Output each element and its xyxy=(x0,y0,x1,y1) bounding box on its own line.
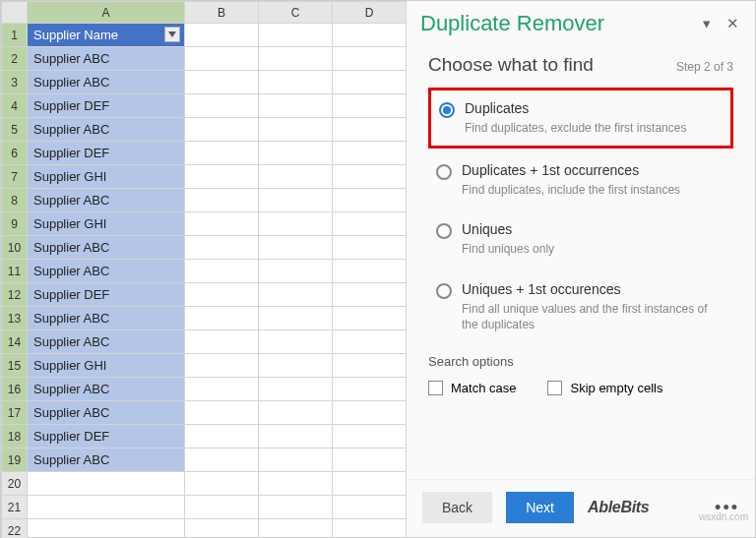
cell[interactable] xyxy=(185,47,259,71)
data-cell[interactable]: Supplier ABC xyxy=(28,401,185,425)
col-header-B[interactable]: B xyxy=(185,2,259,24)
close-icon[interactable]: ✕ xyxy=(724,15,741,32)
next-button[interactable]: Next xyxy=(506,492,574,523)
find-option-1[interactable]: Duplicates + 1st occurrences Find duplic… xyxy=(428,152,733,208)
row-header[interactable]: 10 xyxy=(2,236,28,260)
cell[interactable] xyxy=(333,47,407,71)
cell[interactable] xyxy=(259,212,333,236)
cell[interactable] xyxy=(185,165,259,189)
cell[interactable] xyxy=(259,24,333,47)
cell[interactable] xyxy=(259,236,333,260)
cell[interactable] xyxy=(333,401,407,425)
data-cell[interactable]: Supplier ABC xyxy=(28,448,185,472)
data-cell[interactable]: Supplier ABC xyxy=(28,71,185,94)
skip-empty-option[interactable]: Skip empty cells xyxy=(547,381,662,395)
row-header[interactable]: 5 xyxy=(2,118,28,142)
data-cell[interactable]: Supplier GHI xyxy=(28,354,185,378)
cell[interactable] xyxy=(259,519,333,539)
col-header-D[interactable]: D xyxy=(333,2,407,24)
data-cell[interactable]: Supplier ABC xyxy=(28,236,185,260)
col-header-C[interactable]: C xyxy=(259,2,333,24)
cell[interactable] xyxy=(333,283,407,307)
row-header[interactable]: 17 xyxy=(2,401,28,425)
cell[interactable] xyxy=(259,142,333,165)
cell[interactable] xyxy=(259,378,333,401)
row-header[interactable]: 2 xyxy=(2,47,28,71)
cell[interactable] xyxy=(259,354,333,378)
cell[interactable] xyxy=(259,118,333,142)
row-header[interactable]: 11 xyxy=(2,260,28,283)
row-header[interactable]: 3 xyxy=(2,71,28,94)
data-cell[interactable]: Supplier GHI xyxy=(28,212,185,236)
cell[interactable] xyxy=(333,425,407,448)
cell[interactable] xyxy=(185,118,259,142)
cell[interactable] xyxy=(333,118,407,142)
data-cell[interactable]: Supplier ABC xyxy=(28,307,185,330)
data-cell[interactable]: Supplier ABC xyxy=(28,118,185,142)
row-header[interactable]: 21 xyxy=(2,496,28,519)
cell[interactable] xyxy=(259,307,333,330)
data-cell[interactable]: Supplier ABC xyxy=(28,378,185,401)
cell[interactable] xyxy=(185,260,259,283)
cell[interactable] xyxy=(185,496,259,519)
cell[interactable] xyxy=(333,330,407,354)
cell[interactable] xyxy=(185,94,259,118)
data-cell[interactable]: Supplier DEF xyxy=(28,94,185,118)
row-header[interactable]: 7 xyxy=(2,165,28,189)
cell[interactable] xyxy=(333,94,407,118)
row-header[interactable]: 22 xyxy=(2,519,28,539)
cell[interactable] xyxy=(333,71,407,94)
cell[interactable] xyxy=(333,236,407,260)
cell[interactable] xyxy=(259,472,333,496)
cell[interactable] xyxy=(333,519,407,539)
row-header[interactable]: 19 xyxy=(2,448,28,472)
back-button[interactable]: Back xyxy=(422,492,492,523)
row-header[interactable]: 8 xyxy=(2,189,28,212)
table-header-cell[interactable]: Supplier Name xyxy=(28,24,185,47)
cell[interactable] xyxy=(185,212,259,236)
data-cell[interactable]: Supplier DEF xyxy=(28,142,185,165)
cell[interactable] xyxy=(259,189,333,212)
row-header[interactable]: 13 xyxy=(2,307,28,330)
cell[interactable] xyxy=(259,401,333,425)
find-option-0[interactable]: Duplicates Find duplicates, exclude the … xyxy=(428,88,733,149)
cell[interactable] xyxy=(333,307,407,330)
cell[interactable] xyxy=(259,448,333,472)
data-cell[interactable]: Supplier ABC xyxy=(28,189,185,212)
match-case-option[interactable]: Match case xyxy=(428,381,516,395)
data-cell[interactable]: Supplier DEF xyxy=(28,425,185,448)
cell[interactable] xyxy=(259,496,333,519)
cell[interactable] xyxy=(259,330,333,354)
row-header[interactable]: 9 xyxy=(2,212,28,236)
cell[interactable] xyxy=(185,519,259,539)
cell[interactable] xyxy=(28,496,185,519)
cell[interactable] xyxy=(185,472,259,496)
col-header-A[interactable]: A xyxy=(28,2,185,24)
data-cell[interactable]: Supplier DEF xyxy=(28,283,185,307)
cell[interactable] xyxy=(28,472,185,496)
data-cell[interactable]: Supplier ABC xyxy=(28,260,185,283)
cell[interactable] xyxy=(333,448,407,472)
cell[interactable] xyxy=(259,71,333,94)
row-header[interactable]: 20 xyxy=(2,472,28,496)
cell[interactable] xyxy=(259,94,333,118)
select-all-corner[interactable] xyxy=(2,2,28,24)
data-cell[interactable]: Supplier ABC xyxy=(28,330,185,354)
cell[interactable] xyxy=(259,260,333,283)
cell[interactable] xyxy=(185,378,259,401)
cell[interactable] xyxy=(185,448,259,472)
cell[interactable] xyxy=(185,354,259,378)
cell[interactable] xyxy=(185,283,259,307)
cell[interactable] xyxy=(185,189,259,212)
cell[interactable] xyxy=(185,401,259,425)
cell[interactable] xyxy=(185,71,259,94)
cell[interactable] xyxy=(259,165,333,189)
row-header[interactable]: 6 xyxy=(2,142,28,165)
cell[interactable] xyxy=(185,142,259,165)
cell[interactable] xyxy=(185,307,259,330)
row-header[interactable]: 12 xyxy=(2,283,28,307)
row-header[interactable]: 4 xyxy=(2,94,28,118)
cell[interactable] xyxy=(333,142,407,165)
row-header[interactable]: 16 xyxy=(2,378,28,401)
cell[interactable] xyxy=(259,283,333,307)
